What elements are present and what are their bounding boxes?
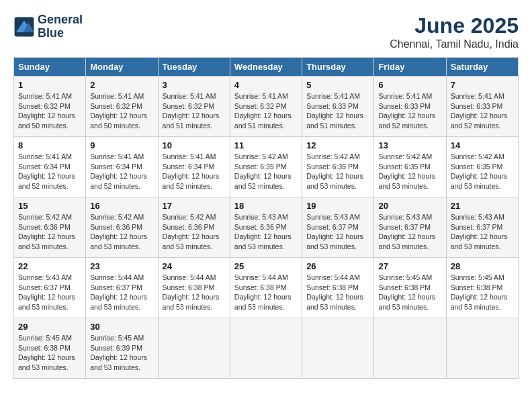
- day-info: Sunrise: 5:42 AM Sunset: 6:35 PM Dayligh…: [306, 152, 369, 191]
- table-row: 2Sunrise: 5:41 AM Sunset: 6:32 PM Daylig…: [86, 77, 158, 137]
- day-info: Sunrise: 5:43 AM Sunset: 6:37 PM Dayligh…: [306, 212, 369, 252]
- header-monday: Monday: [86, 58, 158, 77]
- day-number: 10: [163, 140, 226, 150]
- table-row: 10Sunrise: 5:41 AM Sunset: 6:34 PM Dayli…: [158, 137, 230, 197]
- table-row: 17Sunrise: 5:42 AM Sunset: 6:36 PM Dayli…: [158, 197, 230, 258]
- table-row: 30Sunrise: 5:45 AM Sunset: 6:39 PM Dayli…: [86, 318, 158, 379]
- day-number: 6: [378, 80, 441, 90]
- day-info: Sunrise: 5:41 AM Sunset: 6:32 PM Dayligh…: [163, 91, 226, 131]
- table-row: 28Sunrise: 5:45 AM Sunset: 6:38 PM Dayli…: [446, 258, 518, 318]
- header-wednesday: Wednesday: [230, 58, 302, 77]
- day-number: 23: [90, 261, 153, 271]
- day-info: Sunrise: 5:45 AM Sunset: 6:38 PM Dayligh…: [378, 273, 441, 312]
- table-row: [302, 318, 374, 379]
- day-number: 11: [234, 140, 298, 150]
- table-row: 29Sunrise: 5:45 AM Sunset: 6:38 PM Dayli…: [14, 318, 86, 379]
- day-info: Sunrise: 5:43 AM Sunset: 6:37 PM Dayligh…: [18, 273, 81, 312]
- day-number: 5: [306, 80, 369, 90]
- day-info: Sunrise: 5:45 AM Sunset: 6:39 PM Dayligh…: [90, 333, 153, 373]
- calendar-week-row: 1Sunrise: 5:41 AM Sunset: 6:32 PM Daylig…: [14, 77, 519, 137]
- day-number: 1: [18, 80, 81, 90]
- day-number: 12: [306, 140, 369, 150]
- table-row: [230, 318, 302, 379]
- day-number: 3: [163, 80, 226, 90]
- calendar-week-row: 8Sunrise: 5:41 AM Sunset: 6:34 PM Daylig…: [14, 137, 519, 197]
- day-number: 30: [90, 322, 153, 332]
- day-number: 17: [163, 201, 226, 211]
- table-row: 6Sunrise: 5:41 AM Sunset: 6:33 PM Daylig…: [374, 77, 446, 137]
- day-number: 15: [18, 201, 81, 211]
- header-friday: Friday: [374, 58, 446, 77]
- day-number: 9: [90, 140, 153, 150]
- day-number: 27: [378, 261, 441, 271]
- calendar-subtitle: Chennai, Tamil Nadu, India: [390, 38, 519, 50]
- day-number: 26: [306, 261, 369, 271]
- day-info: Sunrise: 5:45 AM Sunset: 6:38 PM Dayligh…: [18, 333, 81, 373]
- table-row: 7Sunrise: 5:41 AM Sunset: 6:33 PM Daylig…: [446, 77, 518, 137]
- header-sunday: Sunday: [14, 58, 86, 77]
- day-info: Sunrise: 5:42 AM Sunset: 6:35 PM Dayligh…: [234, 152, 298, 191]
- table-row: [446, 318, 518, 379]
- day-number: 24: [163, 261, 226, 271]
- day-info: Sunrise: 5:42 AM Sunset: 6:35 PM Dayligh…: [451, 152, 514, 191]
- table-row: 12Sunrise: 5:42 AM Sunset: 6:35 PM Dayli…: [302, 137, 374, 197]
- header: General Blue June 2025 Chennai, Tamil Na…: [13, 13, 519, 50]
- day-number: 7: [451, 80, 514, 90]
- day-info: Sunrise: 5:41 AM Sunset: 6:34 PM Dayligh…: [18, 152, 81, 191]
- table-row: 19Sunrise: 5:43 AM Sunset: 6:37 PM Dayli…: [302, 197, 374, 258]
- table-row: 22Sunrise: 5:43 AM Sunset: 6:37 PM Dayli…: [14, 258, 86, 318]
- day-info: Sunrise: 5:42 AM Sunset: 6:36 PM Dayligh…: [90, 212, 153, 252]
- table-row: 5Sunrise: 5:41 AM Sunset: 6:33 PM Daylig…: [302, 77, 374, 137]
- day-info: Sunrise: 5:44 AM Sunset: 6:38 PM Dayligh…: [306, 273, 369, 312]
- calendar-title: June 2025: [390, 13, 519, 38]
- table-row: 11Sunrise: 5:42 AM Sunset: 6:35 PM Dayli…: [230, 137, 302, 197]
- table-row: 9Sunrise: 5:41 AM Sunset: 6:34 PM Daylig…: [86, 137, 158, 197]
- day-number: 13: [378, 140, 441, 150]
- title-block: June 2025 Chennai, Tamil Nadu, India: [390, 13, 519, 50]
- table-row: 3Sunrise: 5:41 AM Sunset: 6:32 PM Daylig…: [158, 77, 230, 137]
- header-thursday: Thursday: [302, 58, 374, 77]
- table-row: 23Sunrise: 5:44 AM Sunset: 6:37 PM Dayli…: [86, 258, 158, 318]
- calendar-table: Sunday Monday Tuesday Wednesday Thursday…: [13, 57, 519, 379]
- table-row: 21Sunrise: 5:43 AM Sunset: 6:37 PM Dayli…: [446, 197, 518, 258]
- day-number: 8: [18, 140, 81, 150]
- table-row: 24Sunrise: 5:44 AM Sunset: 6:38 PM Dayli…: [158, 258, 230, 318]
- day-number: 16: [90, 201, 153, 211]
- day-info: Sunrise: 5:41 AM Sunset: 6:32 PM Dayligh…: [234, 91, 298, 131]
- day-number: 19: [306, 201, 369, 211]
- table-row: 27Sunrise: 5:45 AM Sunset: 6:38 PM Dayli…: [374, 258, 446, 318]
- table-row: 18Sunrise: 5:43 AM Sunset: 6:36 PM Dayli…: [230, 197, 302, 258]
- day-info: Sunrise: 5:43 AM Sunset: 6:36 PM Dayligh…: [234, 212, 298, 252]
- day-info: Sunrise: 5:41 AM Sunset: 6:33 PM Dayligh…: [306, 91, 369, 131]
- table-row: 16Sunrise: 5:42 AM Sunset: 6:36 PM Dayli…: [86, 197, 158, 258]
- day-number: 20: [378, 201, 441, 211]
- day-number: 22: [18, 261, 81, 271]
- header-saturday: Saturday: [446, 58, 518, 77]
- day-info: Sunrise: 5:43 AM Sunset: 6:37 PM Dayligh…: [378, 212, 441, 252]
- day-number: 29: [18, 322, 81, 332]
- day-number: 2: [90, 80, 153, 90]
- day-info: Sunrise: 5:41 AM Sunset: 6:34 PM Dayligh…: [90, 152, 153, 191]
- day-info: Sunrise: 5:41 AM Sunset: 6:32 PM Dayligh…: [90, 91, 153, 131]
- table-row: 13Sunrise: 5:42 AM Sunset: 6:35 PM Dayli…: [374, 137, 446, 197]
- calendar-week-row: 29Sunrise: 5:45 AM Sunset: 6:38 PM Dayli…: [14, 318, 519, 379]
- header-tuesday: Tuesday: [158, 58, 230, 77]
- day-number: 28: [451, 261, 514, 271]
- day-header-row: Sunday Monday Tuesday Wednesday Thursday…: [14, 58, 519, 77]
- logo: General Blue: [13, 13, 83, 40]
- calendar-week-row: 15Sunrise: 5:42 AM Sunset: 6:36 PM Dayli…: [14, 197, 519, 258]
- day-number: 14: [451, 140, 514, 150]
- day-info: Sunrise: 5:44 AM Sunset: 6:38 PM Dayligh…: [163, 273, 226, 312]
- day-info: Sunrise: 5:45 AM Sunset: 6:38 PM Dayligh…: [451, 273, 514, 312]
- day-info: Sunrise: 5:43 AM Sunset: 6:37 PM Dayligh…: [451, 212, 514, 252]
- day-number: 4: [234, 80, 298, 90]
- table-row: 4Sunrise: 5:41 AM Sunset: 6:32 PM Daylig…: [230, 77, 302, 137]
- day-number: 18: [234, 201, 298, 211]
- table-row: [374, 318, 446, 379]
- table-row: 14Sunrise: 5:42 AM Sunset: 6:35 PM Dayli…: [446, 137, 518, 197]
- table-row: 15Sunrise: 5:42 AM Sunset: 6:36 PM Dayli…: [14, 197, 86, 258]
- logo-icon: [13, 16, 35, 38]
- table-row: 20Sunrise: 5:43 AM Sunset: 6:37 PM Dayli…: [374, 197, 446, 258]
- table-row: [158, 318, 230, 379]
- day-info: Sunrise: 5:42 AM Sunset: 6:35 PM Dayligh…: [378, 152, 441, 191]
